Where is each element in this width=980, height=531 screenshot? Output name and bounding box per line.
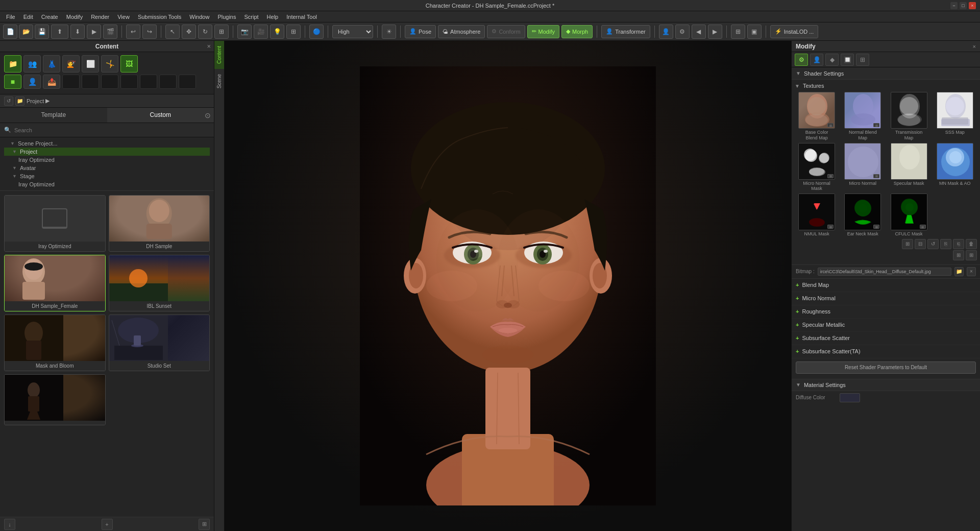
content-type6-button[interactable] xyxy=(101,75,118,89)
maximize-button[interactable]: □ xyxy=(960,2,967,9)
content-item-dh-sample[interactable]: DH Sample xyxy=(109,195,210,252)
tree-item-stage[interactable]: ▼ Stage xyxy=(4,172,210,180)
modify-button[interactable]: ✏ Modify xyxy=(527,25,559,38)
content-type1-button[interactable]: ■ xyxy=(4,75,21,89)
undo-button[interactable]: ↩ xyxy=(126,25,140,39)
section-micro-normal[interactable]: + Micro Normal xyxy=(792,292,980,305)
bitmap-folder-button[interactable]: 📁 xyxy=(954,267,964,276)
content-type3-button[interactable]: 📤 xyxy=(43,75,60,89)
tex-action-6[interactable]: 🗑 xyxy=(966,239,977,249)
instalod-button[interactable]: ⚡ InstaLOD ... xyxy=(770,25,819,38)
import-button[interactable]: ⬇ xyxy=(70,25,85,39)
content-bottom-add[interactable]: + xyxy=(102,519,113,530)
tex-action-4[interactable]: ⎘ xyxy=(940,239,951,249)
conform-button[interactable]: ⚙ Conform xyxy=(487,25,525,38)
snap-button[interactable]: 🔵 xyxy=(309,25,324,39)
menu-item-script[interactable]: Script xyxy=(240,13,262,21)
menu-item-view[interactable]: View xyxy=(113,13,134,21)
tex-action-3[interactable]: ↺ xyxy=(927,239,939,249)
nav-folder-button[interactable]: 📁 xyxy=(15,96,24,106)
tabs-collapse-button[interactable]: ⊙ xyxy=(205,111,211,119)
tex-base-color-blend[interactable]: ⊞ Base ColorBlend Map xyxy=(795,92,839,141)
view2-button[interactable]: ▣ xyxy=(747,25,762,39)
tree-item-iray-opt-1[interactable]: Iray Optimized xyxy=(4,156,210,164)
content-type8-button[interactable] xyxy=(140,75,157,89)
grid-button[interactable]: ⊞ xyxy=(286,25,301,39)
tex-mn-mask-ao[interactable]: MN Mask & AO xyxy=(933,143,977,192)
content-pose-button[interactable]: 🤸 xyxy=(101,55,118,73)
tree-item-avatar[interactable]: ▼ Avatar xyxy=(4,164,210,172)
reset-shader-button[interactable]: Reset Shader Parameters to Default xyxy=(796,361,976,374)
diffuse-color-swatch[interactable] xyxy=(840,393,860,402)
right-tab-settings[interactable]: ⚙ xyxy=(795,54,808,66)
tex-action-1[interactable]: ⊞ xyxy=(902,239,913,249)
menu-item-file[interactable]: File xyxy=(2,13,19,21)
morph-button[interactable]: ◆ Morph xyxy=(561,25,593,38)
menu-item-window[interactable]: Window xyxy=(185,13,213,21)
tex-nmul-mask[interactable]: ⊞ NMUL Mask xyxy=(795,194,839,237)
right-tab-cloth[interactable]: 🔲 xyxy=(841,54,854,66)
tex-micro-normal-mask[interactable]: ⊞ Micro Normal Mask xyxy=(795,143,839,192)
content-type7-button[interactable] xyxy=(120,75,138,89)
extra2-button[interactable]: ⚙ xyxy=(675,25,690,39)
tex-action-2[interactable]: ⊟ xyxy=(915,239,926,249)
render2-button[interactable]: 🎬 xyxy=(103,25,117,39)
camera-button[interactable]: 📷 xyxy=(237,25,252,39)
right-panel-close[interactable]: × xyxy=(973,43,976,50)
menu-item-plugins[interactable]: Plugins xyxy=(213,13,240,21)
extra1-button[interactable]: 👤 xyxy=(659,25,673,39)
tex-cfulc-mask[interactable]: ⊞ CFULC Mask xyxy=(887,194,931,237)
material-collapse-arrow[interactable]: ▼ xyxy=(796,382,801,388)
right-tab-person[interactable]: 👤 xyxy=(810,54,823,66)
content-morph-button[interactable]: ⬜ xyxy=(82,55,99,73)
menu-item-edit[interactable]: Edit xyxy=(19,13,37,21)
bitmap-clear-button[interactable]: × xyxy=(967,267,976,276)
menu-item-help[interactable]: Help xyxy=(263,13,283,21)
scale-button[interactable]: ⊞ xyxy=(214,25,229,39)
tex-micro-normal[interactable]: ⊞ Micro Normal xyxy=(841,143,885,192)
tree-item-scene-project[interactable]: ▼ Scene Project... xyxy=(4,139,210,148)
extra3-button[interactable]: ◀ xyxy=(692,25,706,39)
transformer-button[interactable]: 👤 Transformer xyxy=(601,25,650,38)
content-scene-button[interactable]: 📁 xyxy=(4,55,21,73)
tex-specular-mask[interactable]: Specular Mask xyxy=(887,143,931,192)
content-item-ibl-sunset[interactable]: IBL Sunset xyxy=(109,255,210,311)
textures-collapse-arrow[interactable]: ▼ xyxy=(795,83,800,89)
section-roughness[interactable]: + Roughness xyxy=(792,305,980,319)
content-item-iray-folder[interactable]: Iray Optimized xyxy=(4,195,106,252)
content-item-mask-bloom[interactable]: Mask and Bloom xyxy=(4,315,106,371)
open-button[interactable]: 📂 xyxy=(19,25,33,39)
template-tab[interactable]: Template xyxy=(0,108,107,123)
nav-back-button[interactable]: ↺ xyxy=(4,96,13,106)
quality-dropdown[interactable]: High Medium Low xyxy=(332,25,373,38)
content-close-button[interactable]: × xyxy=(207,42,211,50)
content-item-studio-set[interactable]: Studio Set xyxy=(109,315,210,371)
tex-transmission[interactable]: Transmission Map xyxy=(887,92,931,141)
menu-item-submission-tools[interactable]: Submission Tools xyxy=(134,13,185,21)
sun-button[interactable]: ☀ xyxy=(382,25,396,39)
section-subsurface-scatter-ta[interactable]: + Subsurface Scatter(TA) xyxy=(792,345,980,358)
tex-action-7[interactable]: ⊞ xyxy=(953,250,964,260)
content-item-dh-sample-female[interactable]: DH Sample_Female xyxy=(4,255,106,311)
content-bottom-options[interactable]: ⊞ xyxy=(199,519,210,530)
section-blend-map[interactable]: + Blend Map xyxy=(792,279,980,292)
tex-ear-neck-mask[interactable]: ⊞ Ear Neck Mask xyxy=(841,194,885,237)
menu-item-internal-tool[interactable]: Internal Tool xyxy=(282,13,321,21)
render-button[interactable]: ▶ xyxy=(87,25,101,39)
menu-item-create[interactable]: Create xyxy=(37,13,62,21)
rotate-button[interactable]: ↻ xyxy=(198,25,212,39)
content-hair-button[interactable]: 💇 xyxy=(62,55,80,73)
tex-normal-blend[interactable]: ⊞ Normal Blend Map xyxy=(841,92,885,141)
content-type4-button[interactable] xyxy=(62,75,80,89)
select-button[interactable]: ↖ xyxy=(165,25,180,39)
camera2-button[interactable]: 🎥 xyxy=(254,25,268,39)
tree-item-iray-opt-2[interactable]: Iray Optimized xyxy=(4,180,210,188)
scene-strip-tab[interactable]: Scene xyxy=(214,69,224,93)
close-button[interactable]: × xyxy=(969,2,976,9)
tex-sss-map[interactable]: SSS Map xyxy=(933,92,977,141)
view1-button[interactable]: ⊞ xyxy=(731,25,745,39)
search-input[interactable] xyxy=(14,127,210,133)
viewport[interactable] xyxy=(225,41,791,531)
section-subsurface-scatter[interactable]: + Subsurface Scatter xyxy=(792,332,980,345)
extra4-button[interactable]: ▶ xyxy=(708,25,722,39)
